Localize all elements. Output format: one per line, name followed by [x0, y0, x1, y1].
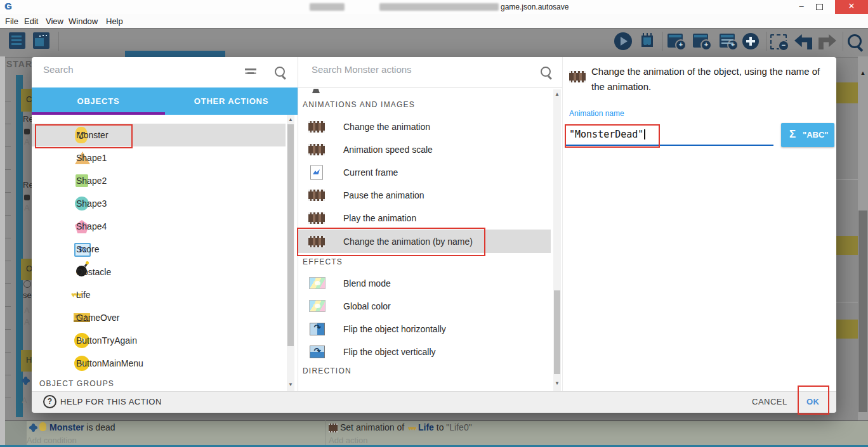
add-condition-link[interactable]: Add condition — [27, 436, 77, 445]
action-item-change-animation[interactable]: Change the animation — [298, 115, 551, 138]
panel-divider — [562, 57, 563, 391]
search-divider — [298, 87, 562, 87]
maximize-button[interactable] — [811, 0, 827, 14]
action-item-global-color[interactable]: Global color — [298, 295, 551, 318]
gdevelop-logo-icon: G — [4, 1, 11, 11]
actions-search-input[interactable] — [310, 63, 522, 75]
object-item-shape2[interactable]: Shape2 — [32, 169, 286, 192]
search-events-icon[interactable] — [848, 32, 867, 50]
object-item-shape3[interactable]: Shape3 — [32, 192, 286, 215]
add-fragment: A — [24, 317, 30, 327]
object-item-shape4[interactable]: Shape4 — [32, 215, 286, 238]
condition-text[interactable]: Monster is dead — [49, 422, 115, 432]
action-item-flip-vertically[interactable]: ↷ Flip the object vertically — [298, 340, 551, 363]
scrollbar-up-icon[interactable]: ▲ — [287, 117, 294, 122]
scrollbar-down-icon[interactable]: ▼ — [287, 382, 294, 387]
add-other-event-icon[interactable] — [742, 33, 759, 49]
annotation-box-by-name-action — [297, 228, 485, 256]
add-comment-icon[interactable]: + — [720, 34, 735, 48]
close-button[interactable]: ✕ — [835, 0, 868, 14]
dice-icon — [24, 195, 30, 200]
menu-view[interactable]: View — [46, 16, 63, 26]
section-effects: EFFECTS — [303, 257, 343, 266]
add-fragment: A — [24, 137, 30, 146]
object-item-shape1[interactable]: Shape1 — [32, 146, 286, 169]
menu-file[interactable]: File — [5, 16, 18, 26]
event-header-fragment — [836, 236, 858, 255]
cancel-button[interactable]: CANCEL — [752, 397, 787, 406]
preview-play-icon[interactable] — [614, 32, 632, 50]
menu-window[interactable]: Window — [69, 16, 98, 26]
condition-fragment: se — [23, 290, 32, 300]
toolbar-separator — [58, 32, 59, 51]
minimize-button[interactable]: – — [793, 0, 810, 14]
gear-icon — [30, 425, 36, 431]
object-item-buttonmainmenu[interactable]: ⌂ ButtonMainMenu — [32, 352, 286, 375]
event-sheet-gutter — [0, 56, 5, 447]
action-item-blend-mode[interactable]: Blend mode — [298, 272, 551, 295]
expression-editor-button[interactable]: Σ "ABC" — [781, 123, 834, 147]
object-item-buttontryagain[interactable]: ↻ ButtonTryAgain — [32, 329, 286, 352]
sigma-icon: Σ — [789, 128, 796, 141]
event-row-indent — [5, 421, 27, 446]
add-action-link[interactable]: Add action — [329, 436, 367, 445]
debug-icon[interactable] — [638, 32, 657, 50]
objects-search-input[interactable] — [42, 63, 235, 75]
window-scrollbar-thumb[interactable] — [858, 211, 867, 412]
window-title: game.json.autosave — [501, 3, 569, 11]
menu-edit[interactable]: Edit — [24, 16, 38, 26]
life-hearts-icon: ♥♥♥ — [408, 425, 416, 432]
actions-scrollbar-thumb[interactable] — [554, 290, 560, 374]
action-text[interactable]: Set animation of♥♥♥Life to "Life0" — [340, 422, 472, 432]
action-item-play-animation[interactable]: Play the animation — [298, 207, 551, 230]
section-animations: ANIMATIONS AND IMAGES — [303, 100, 415, 109]
annotation-box-monster — [35, 124, 133, 148]
animation-name-label: Animation name — [569, 109, 624, 118]
monster-mini-icon — [39, 422, 46, 431]
event-row-gutter — [0, 420, 5, 446]
object-groups-header: OBJECT GROUPS — [39, 379, 114, 388]
annotation-box-ok — [798, 385, 829, 415]
action-item-flip-horizontally[interactable]: ↷ Flip the object horizontally — [298, 318, 551, 340]
title-bar: G game.json.autosave – ✕ — [0, 0, 868, 15]
objects-scrollbar-thumb[interactable] — [287, 124, 294, 346]
action-description: Change the animation of the object, usin… — [591, 64, 827, 94]
search-icon — [275, 67, 285, 77]
action-item-animation-speed[interactable]: Animation speed scale — [298, 138, 551, 161]
object-item-gameover[interactable]: GameOver — [32, 306, 286, 329]
add-fragment: A — [22, 396, 27, 405]
menu-bar — [0, 14, 868, 28]
event-cell-divider — [326, 420, 326, 446]
menu-help[interactable]: Help — [106, 16, 123, 26]
frame-icon — [310, 165, 323, 180]
action-item-current-frame[interactable]: Current frame — [298, 161, 551, 184]
flip-horizontal-icon: ↷ — [310, 323, 325, 335]
object-item-life[interactable]: ♥♥♥ Life — [32, 283, 286, 306]
filmstrip-icon — [308, 121, 325, 133]
add-subevent-icon[interactable]: + — [693, 34, 708, 48]
events-sheet-icon[interactable] — [9, 32, 25, 49]
event-tree-ticks — [5, 79, 11, 434]
object-item-obstacle[interactable]: Obstacle — [32, 261, 286, 283]
scrollbar-up-icon[interactable]: ▲ — [553, 91, 561, 97]
expression-type-label: "ABC" — [803, 130, 829, 139]
title-blurred-path — [379, 3, 499, 11]
scene-editor-icon[interactable] — [33, 32, 49, 49]
timer-icon — [23, 280, 31, 288]
help-icon[interactable]: ? — [43, 395, 56, 408]
scrollbar-up-icon[interactable]: ▲ — [859, 70, 867, 76]
help-link[interactable]: HELP FOR THIS ACTION — [60, 397, 162, 406]
object-item-score[interactable]: Tx Score — [32, 238, 286, 261]
action-item-pause-animation[interactable]: Pause the animation — [298, 184, 551, 207]
filmstrip-icon — [569, 71, 586, 82]
maximize-icon — [816, 4, 823, 10]
toolbar-separator — [766, 32, 767, 51]
filter-icon[interactable] — [245, 68, 256, 70]
event-divider — [836, 302, 858, 302]
scrollbar-down-icon[interactable]: ▼ — [553, 380, 561, 386]
tab-objects[interactable]: OBJECTS — [32, 96, 165, 106]
add-event-icon[interactable]: + — [667, 34, 683, 48]
section-direction: DIRECTION — [303, 366, 352, 375]
delete-event-icon[interactable]: − — [770, 34, 787, 49]
tab-other-actions[interactable]: OTHER ACTIONS — [165, 96, 298, 106]
